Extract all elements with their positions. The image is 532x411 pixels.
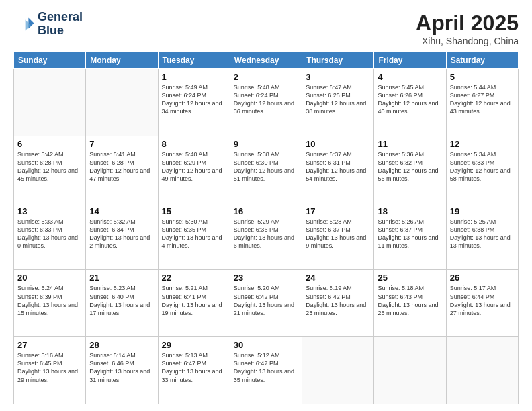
day-info: Sunrise: 5:20 AM Sunset: 6:42 PM Dayligh… xyxy=(234,284,298,317)
day-number: 6 xyxy=(17,139,82,149)
day-info: Sunrise: 5:36 AM Sunset: 6:32 PM Dayligh… xyxy=(378,150,442,183)
calendar-cell xyxy=(374,337,446,404)
calendar-cell: 29Sunrise: 5:13 AM Sunset: 6:47 PM Dayli… xyxy=(158,337,230,404)
calendar-cell: 18Sunrise: 5:26 AM Sunset: 6:37 PM Dayli… xyxy=(374,203,446,270)
day-number: 4 xyxy=(378,72,442,82)
calendar-cell: 16Sunrise: 5:29 AM Sunset: 6:36 PM Dayli… xyxy=(230,203,302,270)
day-info: Sunrise: 5:44 AM Sunset: 6:27 PM Dayligh… xyxy=(450,83,515,116)
calendar-cell: 2Sunrise: 5:48 AM Sunset: 6:24 PM Daylig… xyxy=(230,69,302,136)
calendar-header-sunday: Sunday xyxy=(14,52,86,69)
calendar-header-wednesday: Wednesday xyxy=(230,52,302,69)
day-number: 8 xyxy=(162,139,226,149)
calendar-cell xyxy=(446,337,518,404)
day-info: Sunrise: 5:21 AM Sunset: 6:41 PM Dayligh… xyxy=(162,284,226,317)
day-number: 25 xyxy=(378,273,442,283)
calendar-cell: 5Sunrise: 5:44 AM Sunset: 6:27 PM Daylig… xyxy=(446,69,518,136)
day-number: 7 xyxy=(89,139,154,149)
day-info: Sunrise: 5:41 AM Sunset: 6:28 PM Dayligh… xyxy=(89,150,154,183)
header: General Blue April 2025 Xihu, Shandong, … xyxy=(13,11,519,46)
day-number: 10 xyxy=(306,139,370,149)
day-number: 18 xyxy=(378,206,442,216)
calendar-header-row: SundayMondayTuesdayWednesdayThursdayFrid… xyxy=(14,52,519,69)
day-info: Sunrise: 5:26 AM Sunset: 6:37 PM Dayligh… xyxy=(378,218,442,250)
day-info: Sunrise: 5:29 AM Sunset: 6:36 PM Dayligh… xyxy=(234,218,298,250)
day-number: 20 xyxy=(17,273,82,283)
day-info: Sunrise: 5:37 AM Sunset: 6:31 PM Dayligh… xyxy=(306,150,370,183)
calendar-cell xyxy=(302,337,374,404)
day-number: 16 xyxy=(234,206,298,216)
day-info: Sunrise: 5:13 AM Sunset: 6:47 PM Dayligh… xyxy=(162,351,226,384)
calendar-week-2: 6Sunrise: 5:42 AM Sunset: 6:28 PM Daylig… xyxy=(14,136,519,203)
day-info: Sunrise: 5:48 AM Sunset: 6:24 PM Dayligh… xyxy=(234,83,298,116)
calendar-header-tuesday: Tuesday xyxy=(158,52,230,69)
calendar-cell: 6Sunrise: 5:42 AM Sunset: 6:28 PM Daylig… xyxy=(14,136,86,203)
calendar-cell: 23Sunrise: 5:20 AM Sunset: 6:42 PM Dayli… xyxy=(230,270,302,337)
day-info: Sunrise: 5:30 AM Sunset: 6:35 PM Dayligh… xyxy=(162,218,226,250)
day-number: 30 xyxy=(234,340,298,350)
logo-icon xyxy=(13,13,35,35)
day-number: 23 xyxy=(234,273,298,283)
calendar-cell: 14Sunrise: 5:32 AM Sunset: 6:34 PM Dayli… xyxy=(86,203,158,270)
calendar-cell: 27Sunrise: 5:16 AM Sunset: 6:45 PM Dayli… xyxy=(14,337,86,404)
day-number: 12 xyxy=(450,139,515,149)
calendar-cell: 19Sunrise: 5:25 AM Sunset: 6:38 PM Dayli… xyxy=(446,203,518,270)
calendar-cell xyxy=(86,69,158,136)
calendar-week-5: 27Sunrise: 5:16 AM Sunset: 6:45 PM Dayli… xyxy=(14,337,519,404)
calendar-cell xyxy=(14,69,86,136)
calendar-header-monday: Monday xyxy=(86,52,158,69)
calendar-cell: 1Sunrise: 5:49 AM Sunset: 6:24 PM Daylig… xyxy=(158,69,230,136)
calendar-cell: 17Sunrise: 5:28 AM Sunset: 6:37 PM Dayli… xyxy=(302,203,374,270)
day-number: 29 xyxy=(162,340,226,350)
calendar-week-4: 20Sunrise: 5:24 AM Sunset: 6:39 PM Dayli… xyxy=(14,270,519,337)
day-info: Sunrise: 5:28 AM Sunset: 6:37 PM Dayligh… xyxy=(306,218,370,250)
day-number: 15 xyxy=(162,206,226,216)
day-info: Sunrise: 5:33 AM Sunset: 6:33 PM Dayligh… xyxy=(17,218,82,250)
day-info: Sunrise: 5:40 AM Sunset: 6:29 PM Dayligh… xyxy=(162,150,226,183)
day-info: Sunrise: 5:18 AM Sunset: 6:43 PM Dayligh… xyxy=(378,284,442,317)
day-info: Sunrise: 5:45 AM Sunset: 6:26 PM Dayligh… xyxy=(378,83,442,116)
day-number: 3 xyxy=(306,72,370,82)
title-block: April 2025 Xihu, Shandong, China xyxy=(416,11,519,46)
day-number: 9 xyxy=(234,139,298,149)
logo-text: General Blue xyxy=(38,11,83,38)
day-info: Sunrise: 5:34 AM Sunset: 6:33 PM Dayligh… xyxy=(450,150,515,183)
day-info: Sunrise: 5:19 AM Sunset: 6:42 PM Dayligh… xyxy=(306,284,370,317)
calendar-header-saturday: Saturday xyxy=(446,52,518,69)
calendar-cell: 15Sunrise: 5:30 AM Sunset: 6:35 PM Dayli… xyxy=(158,203,230,270)
day-number: 1 xyxy=(162,72,226,82)
calendar-table: SundayMondayTuesdayWednesdayThursdayFrid… xyxy=(13,52,519,404)
day-info: Sunrise: 5:24 AM Sunset: 6:39 PM Dayligh… xyxy=(17,284,82,317)
calendar-header-thursday: Thursday xyxy=(302,52,374,69)
calendar-cell: 24Sunrise: 5:19 AM Sunset: 6:42 PM Dayli… xyxy=(302,270,374,337)
calendar-cell: 13Sunrise: 5:33 AM Sunset: 6:33 PM Dayli… xyxy=(14,203,86,270)
calendar-cell: 10Sunrise: 5:37 AM Sunset: 6:31 PM Dayli… xyxy=(302,136,374,203)
day-number: 19 xyxy=(450,206,515,216)
day-info: Sunrise: 5:47 AM Sunset: 6:25 PM Dayligh… xyxy=(306,83,370,116)
day-info: Sunrise: 5:12 AM Sunset: 6:47 PM Dayligh… xyxy=(234,351,298,384)
calendar-cell: 20Sunrise: 5:24 AM Sunset: 6:39 PM Dayli… xyxy=(14,270,86,337)
svg-marker-0 xyxy=(28,17,34,28)
logo: General Blue xyxy=(13,11,83,38)
calendar-cell: 30Sunrise: 5:12 AM Sunset: 6:47 PM Dayli… xyxy=(230,337,302,404)
calendar-week-1: 1Sunrise: 5:49 AM Sunset: 6:24 PM Daylig… xyxy=(14,69,519,136)
calendar-week-3: 13Sunrise: 5:33 AM Sunset: 6:33 PM Dayli… xyxy=(14,203,519,270)
day-info: Sunrise: 5:49 AM Sunset: 6:24 PM Dayligh… xyxy=(162,83,226,116)
logo-line2: Blue xyxy=(38,24,83,38)
day-info: Sunrise: 5:25 AM Sunset: 6:38 PM Dayligh… xyxy=(450,218,515,250)
day-number: 11 xyxy=(378,139,442,149)
calendar-cell: 26Sunrise: 5:17 AM Sunset: 6:44 PM Dayli… xyxy=(446,270,518,337)
day-info: Sunrise: 5:32 AM Sunset: 6:34 PM Dayligh… xyxy=(89,218,154,250)
day-number: 28 xyxy=(89,340,154,350)
calendar-cell: 21Sunrise: 5:23 AM Sunset: 6:40 PM Dayli… xyxy=(86,270,158,337)
calendar-cell: 28Sunrise: 5:14 AM Sunset: 6:46 PM Dayli… xyxy=(86,337,158,404)
calendar-cell: 4Sunrise: 5:45 AM Sunset: 6:26 PM Daylig… xyxy=(374,69,446,136)
day-info: Sunrise: 5:16 AM Sunset: 6:45 PM Dayligh… xyxy=(17,351,82,384)
calendar-cell: 8Sunrise: 5:40 AM Sunset: 6:29 PM Daylig… xyxy=(158,136,230,203)
day-number: 13 xyxy=(17,206,82,216)
day-info: Sunrise: 5:14 AM Sunset: 6:46 PM Dayligh… xyxy=(89,351,154,384)
day-number: 14 xyxy=(89,206,154,216)
main-title: April 2025 xyxy=(416,11,519,36)
day-number: 5 xyxy=(450,72,515,82)
calendar-cell: 3Sunrise: 5:47 AM Sunset: 6:25 PM Daylig… xyxy=(302,69,374,136)
day-number: 2 xyxy=(234,72,298,82)
